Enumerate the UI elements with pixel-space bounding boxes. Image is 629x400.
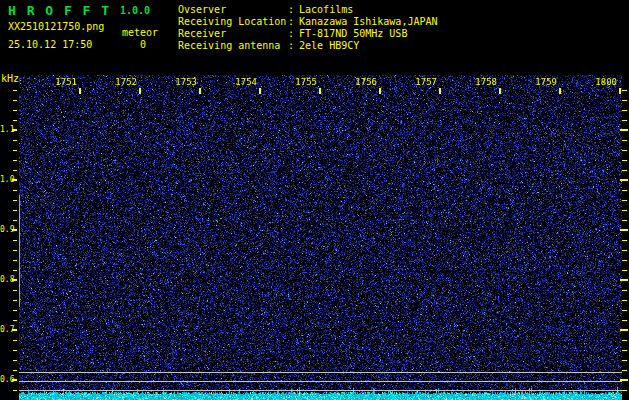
y-minor-tick-left	[13, 150, 17, 151]
time-tick	[619, 88, 621, 94]
time-tick	[439, 88, 441, 94]
time-label: 1755	[261, 78, 317, 87]
y-major-tick-left	[12, 229, 17, 231]
info-row-receiver: Receiver:FT-817ND 50MHz USB	[178, 28, 438, 40]
spectrogram	[19, 75, 622, 400]
time-label: 1754	[201, 78, 257, 87]
y-minor-tick-right	[622, 90, 627, 91]
y-major-tick-left	[12, 179, 17, 181]
y-minor-tick-left	[13, 390, 17, 391]
y-minor-tick-right	[622, 220, 627, 221]
y-minor-tick-left	[13, 90, 17, 91]
y-minor-tick-left	[13, 270, 17, 271]
y-minor-tick-right	[622, 310, 627, 311]
y-minor-tick-left	[13, 210, 17, 211]
y-minor-tick-left	[13, 320, 17, 321]
info-row-antenna: Receiving antenna:2ele HB9CY	[178, 40, 438, 52]
time-tick	[79, 88, 81, 94]
time-label: 1751	[21, 78, 77, 87]
calibration-line-middle	[19, 381, 622, 382]
y-minor-tick-right	[622, 100, 627, 101]
y-minor-tick-right	[622, 300, 627, 301]
frequency-unit-label: kHz	[1, 73, 19, 84]
y-major-tick-left	[12, 379, 17, 381]
y-minor-tick-right	[622, 290, 627, 291]
y-major-tick-right	[620, 329, 628, 331]
y-minor-tick-right	[622, 150, 627, 151]
y-minor-tick-left	[13, 250, 17, 251]
y-minor-tick-right	[622, 120, 627, 121]
y-minor-tick-right	[622, 270, 627, 271]
time-tick	[199, 88, 201, 94]
time-label: 1752	[81, 78, 137, 87]
time-label: 1759	[501, 78, 557, 87]
time-tick	[139, 88, 141, 94]
time-label: 1758	[441, 78, 497, 87]
y-minor-tick-right	[622, 200, 627, 201]
y-minor-tick-left	[13, 190, 17, 191]
y-minor-tick-left	[13, 300, 17, 301]
filename: XX2510121750.png	[8, 21, 104, 32]
info-label: Ovserver	[178, 4, 288, 16]
info-separator: :	[288, 16, 294, 28]
time-label: 1800	[561, 78, 617, 87]
y-minor-tick-right	[622, 340, 627, 341]
meteor-count: 0	[140, 39, 146, 50]
info-label: Receiving antenna	[178, 40, 288, 52]
y-minor-tick-right	[622, 260, 627, 261]
y-minor-tick-right	[622, 210, 627, 211]
info-value: Lacofilms	[299, 4, 353, 15]
y-minor-tick-right	[622, 140, 627, 141]
info-value: 2ele HB9CY	[299, 40, 359, 51]
time-label: 1753	[141, 78, 197, 87]
y-minor-tick-left	[13, 160, 17, 161]
hrofft-window: H R O F F T 1.0.0 XX2510121750.png meteo…	[0, 0, 629, 400]
time-label: 1756	[321, 78, 377, 87]
calibration-line-upper	[19, 372, 622, 373]
y-minor-tick-right	[622, 170, 627, 171]
info-label: Receiver	[178, 28, 288, 40]
y-minor-tick-left	[13, 170, 17, 171]
y-minor-tick-left	[13, 260, 17, 261]
info-row-location: Receiving Location:Kanazawa Ishikawa,JAP…	[178, 16, 438, 28]
y-minor-tick-right	[622, 250, 627, 251]
station-info: Ovserver:Lacofilms Receiving Location:Ka…	[178, 4, 438, 52]
y-minor-tick-right	[622, 350, 627, 351]
y-major-tick-left	[12, 279, 17, 281]
time-tick	[559, 88, 561, 94]
y-minor-tick-left	[13, 200, 17, 201]
y-minor-tick-right	[622, 360, 627, 361]
y-minor-tick-right	[622, 240, 627, 241]
app-version: 1.0.0	[120, 5, 150, 16]
y-minor-tick-right	[622, 320, 627, 321]
y-major-tick-right	[620, 279, 628, 281]
y-minor-tick-left	[13, 110, 17, 111]
y-major-tick-right	[620, 229, 628, 231]
info-separator: :	[288, 40, 294, 52]
time-tick	[379, 88, 381, 94]
y-minor-tick-left	[13, 290, 17, 291]
time-tick	[259, 88, 261, 94]
y-minor-tick-left	[13, 310, 17, 311]
y-minor-tick-right	[622, 370, 627, 371]
time-tick	[319, 88, 321, 94]
y-minor-tick-right	[622, 390, 627, 391]
datetime: 25.10.12 17:50	[8, 39, 92, 50]
y-major-tick-right	[620, 129, 628, 131]
meteor-counter-label: meteor	[122, 27, 158, 38]
info-row-observer: Ovserver:Lacofilms	[178, 4, 438, 16]
info-separator: :	[288, 4, 294, 16]
y-minor-tick-right	[622, 110, 627, 111]
y-minor-tick-right	[622, 190, 627, 191]
info-value: Kanazawa Ishikawa,JAPAN	[299, 16, 437, 27]
y-minor-tick-left	[13, 340, 17, 341]
y-minor-tick-left	[13, 100, 17, 101]
y-major-tick-left	[12, 329, 17, 331]
y-major-tick-right	[620, 179, 628, 181]
info-value: FT-817ND 50MHz USB	[299, 28, 407, 39]
time-tick	[499, 88, 501, 94]
y-minor-tick-left	[13, 360, 17, 361]
y-minor-tick-left	[13, 220, 17, 221]
calibration-line-lower	[19, 390, 622, 391]
y-minor-tick-left	[13, 120, 17, 121]
